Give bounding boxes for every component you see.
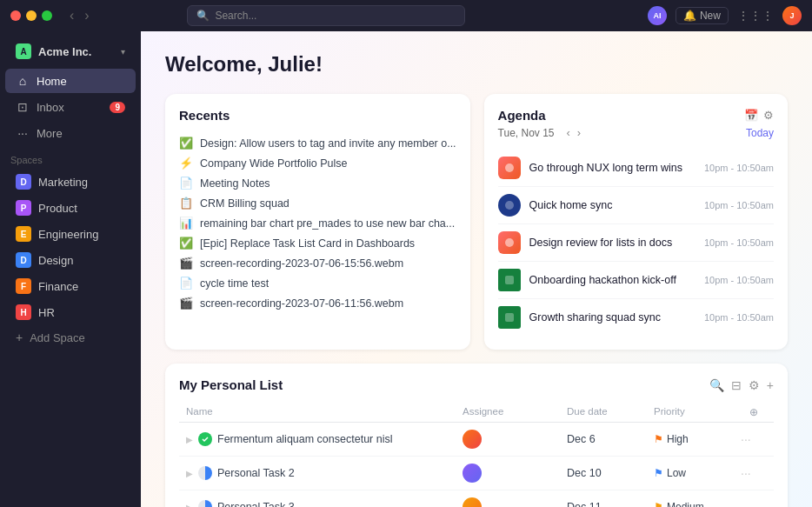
engineering-space-dot: E [16, 226, 31, 242]
prev-date-button[interactable]: ‹ [567, 126, 570, 139]
sidebar-item-home[interactable]: ⌂ Home [5, 69, 136, 93]
search-bar[interactable]: 🔍 Search... [187, 5, 465, 26]
chart-icon: 📊 [179, 217, 193, 230]
video2-icon: 🎬 [179, 297, 193, 310]
sidebar-item-design[interactable]: D Design [5, 248, 136, 272]
list-item[interactable]: 📄 Meeting Notes [179, 173, 456, 193]
agenda-event[interactable]: Onboarding hackathon kick-off 10pm - 10:… [498, 262, 774, 299]
sidebar-item-more[interactable]: ··· More [5, 121, 136, 145]
inbox-icon: ⊡ [16, 100, 30, 114]
table-row[interactable]: ▶ Personal Task 2 Dec 10 ⚑ Low ··· [179, 457, 774, 490]
agenda-event[interactable]: Growth sharing squad sync 10pm - 10:50am [498, 299, 774, 336]
col-add[interactable]: ⊕ [741, 406, 767, 418]
design-space-dot: D [16, 252, 31, 268]
agenda-controls: 📅 ⚙ [744, 109, 774, 122]
due-date-cell: Dec 10 [567, 467, 654, 479]
settings-icon[interactable]: ⚙ [763, 109, 774, 122]
recents-title: Recents [179, 108, 456, 123]
svg-rect-3 [505, 276, 514, 284]
sidebar-item-marketing[interactable]: D Marketing [5, 170, 136, 194]
event-name: Go through NUX long term wins [529, 162, 696, 174]
list-item[interactable]: 📄 cycle time test [179, 273, 456, 293]
event-color-indicator [498, 231, 521, 254]
space-label: Engineering [38, 228, 98, 241]
table-row[interactable]: ▶ Personal Task 3 Dec 11 ⚑ Medium ··· [179, 490, 774, 507]
search-list-button[interactable]: 🔍 [709, 378, 724, 392]
forward-arrow-icon[interactable]: › [81, 6, 92, 25]
list-item[interactable]: ✅ Design: Allow users to tag and invite … [179, 133, 456, 153]
event-color-indicator [498, 269, 521, 291]
list-item[interactable]: 🎬 screen-recording-2023-07-06-11:56.webm [179, 293, 456, 313]
filter-button[interactable]: ⊟ [731, 378, 742, 392]
space-label: Product [38, 202, 77, 215]
sidebar-item-engineering[interactable]: E Engineering [5, 222, 136, 246]
event-name: Onboarding hackathon kick-off [529, 274, 696, 286]
assignee-cell [463, 497, 567, 507]
list-item[interactable]: 📊 remaining bar chart pre_mades to use n… [179, 213, 456, 233]
minimize-button[interactable] [26, 10, 37, 21]
today-button[interactable]: Today [746, 127, 774, 139]
doc-icon: 📄 [179, 177, 193, 190]
priority-flag-icon: ⚑ [654, 433, 663, 445]
grid-icon[interactable]: ⋮⋮⋮ [737, 9, 774, 23]
due-date-cell: Dec 6 [567, 433, 654, 445]
sidebar-item-product[interactable]: P Product [5, 196, 136, 220]
close-button[interactable] [10, 10, 21, 21]
recent-item-text: [Epic] Replace Task List Card in Dashboa… [200, 237, 415, 250]
user-avatar[interactable]: J [782, 6, 802, 25]
calendar-icon[interactable]: 📅 [744, 109, 758, 122]
expand-icon[interactable]: ▶ [186, 503, 193, 508]
recent-item-text: screen-recording-2023-07-06-11:56.webm [200, 297, 403, 310]
assignee-avatar [463, 464, 482, 483]
recents-card: Recents ✅ Design: Allow users to tag and… [165, 94, 470, 350]
event-color-indicator [498, 157, 521, 179]
row-more-button[interactable]: ··· [741, 432, 767, 446]
list-item[interactable]: 📋 CRM Billing squad [179, 193, 456, 213]
list-header: My Personal List 🔍 ⊟ ⚙ + [179, 377, 774, 392]
list-item[interactable]: ✅ [Epic] Replace Task List Card in Dashb… [179, 233, 456, 253]
search-placeholder: Search... [215, 10, 256, 22]
table-row[interactable]: ▶ Fermentum aliquam consectetur nisl Dec… [179, 423, 774, 457]
workspace-header[interactable]: A Acme Inc. ▾ [5, 38, 136, 64]
agenda-event[interactable]: Design review for lists in docs 10pm - 1… [498, 224, 774, 262]
agenda-event[interactable]: Quick home sync 10pm - 10:50am [498, 187, 774, 224]
dashboard-grid: Recents ✅ Design: Allow users to tag and… [165, 94, 788, 350]
svg-point-1 [505, 201, 514, 210]
workspace-name: Acme Inc. [38, 45, 91, 58]
assignee-cell [463, 464, 567, 483]
row-more-button[interactable]: ··· [741, 466, 767, 480]
agenda-event[interactable]: Go through NUX long term wins 10pm - 10:… [498, 150, 774, 187]
priority-cell: ⚑ Low [654, 467, 741, 479]
event-color-indicator [498, 306, 521, 329]
list-item[interactable]: ⚡ Company Wide Portfolio Pulse [179, 153, 456, 173]
marketing-space-dot: D [16, 174, 31, 190]
agenda-card: Agenda 📅 ⚙ Tue, Nov 15 ‹ › Today [484, 94, 788, 350]
maximize-button[interactable] [42, 10, 52, 21]
task-name-cell: ▶ Personal Task 3 [186, 500, 463, 507]
search-icon: 🔍 [196, 10, 210, 22]
new-button[interactable]: 🔔 New [676, 7, 729, 24]
add-column-button[interactable]: + [767, 378, 774, 392]
space-label: Finance [38, 280, 78, 293]
expand-icon[interactable]: ▶ [186, 469, 193, 478]
space-label: Design [38, 254, 73, 267]
task-name-cell: ▶ Fermentum aliquam consectetur nisl [186, 432, 463, 446]
sidebar-item-inbox[interactable]: ⊡ Inbox 9 [5, 95, 136, 119]
back-arrow-icon[interactable]: ‹ [66, 6, 77, 25]
task-name: Personal Task 2 [217, 467, 295, 479]
ai-badge[interactable]: AI [648, 6, 667, 25]
list-item[interactable]: 🎬 screen-recording-2023-07-06-15:56.webm [179, 253, 456, 273]
hr-space-dot: H [16, 304, 31, 320]
sidebar-item-label: Inbox [37, 101, 64, 114]
titlebar-right: AI 🔔 New ⋮⋮⋮ J [648, 6, 802, 25]
recent-item-text: remaining bar chart pre_mades to use new… [200, 217, 455, 230]
add-space-button[interactable]: + Add Space [5, 326, 136, 349]
task2-icon: ✅ [179, 237, 193, 250]
expand-icon[interactable]: ▶ [186, 435, 193, 444]
row-more-button[interactable]: ··· [741, 500, 767, 507]
recent-item-text: Meeting Notes [200, 177, 270, 190]
next-date-button[interactable]: › [577, 126, 581, 139]
sidebar-item-hr[interactable]: H HR [5, 300, 136, 324]
sidebar-item-finance[interactable]: F Finance [5, 274, 136, 298]
settings-list-button[interactable]: ⚙ [749, 378, 760, 392]
